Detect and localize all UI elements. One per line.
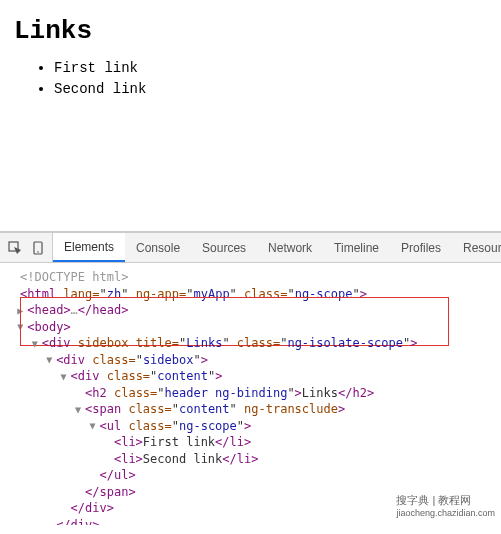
tab-timeline[interactable]: Timeline — [323, 233, 390, 262]
devtools-tabbar: Elements Console Sources Network Timelin… — [0, 233, 501, 263]
rendered-page: Links First link Second link — [0, 0, 501, 231]
tab-profiles[interactable]: Profiles — [390, 233, 452, 262]
tab-elements[interactable]: Elements — [53, 233, 125, 262]
dom-doctype[interactable]: <!DOCTYPE html> — [10, 269, 497, 286]
tab-console[interactable]: Console — [125, 233, 191, 262]
dom-ul[interactable]: ▼<ul class="ng-scope"> — [10, 418, 497, 435]
inspect-icon[interactable] — [8, 241, 22, 255]
dom-span[interactable]: ▼<span class="content" ng-transclude> — [10, 401, 497, 418]
dom-sidebox[interactable]: ▼<div sidebox title="Links" class="ng-is… — [10, 335, 497, 352]
list-item: First link — [54, 58, 487, 79]
devtools-panel: Elements Console Sources Network Timelin… — [0, 231, 501, 534]
devtools-toolbar — [0, 233, 53, 262]
dom-ul-close[interactable]: </ul> — [10, 467, 497, 484]
dom-div-content[interactable]: ▼<div class="content"> — [10, 368, 497, 385]
dom-li[interactable]: <li>Second link</li> — [10, 451, 497, 468]
dom-li[interactable]: <li>First link</li> — [10, 434, 497, 451]
page-heading: Links — [14, 16, 487, 46]
tab-sources[interactable]: Sources — [191, 233, 257, 262]
dom-div-sidebox[interactable]: ▼<div class="sidebox"> — [10, 352, 497, 369]
elements-tree[interactable]: <!DOCTYPE html> <html lang="zh" ng-app="… — [0, 263, 501, 525]
list-item: Second link — [54, 79, 487, 100]
svg-point-2 — [37, 251, 39, 253]
watermark: 搜字典 | 教程网 jiaocheng.chazidian.com — [396, 493, 495, 518]
dom-h2[interactable]: <h2 class="header ng-binding">Links</h2> — [10, 385, 497, 402]
tab-resources[interactable]: Resource — [452, 233, 501, 262]
tab-network[interactable]: Network — [257, 233, 323, 262]
link-list: First link Second link — [14, 58, 487, 100]
device-icon[interactable] — [32, 241, 44, 255]
